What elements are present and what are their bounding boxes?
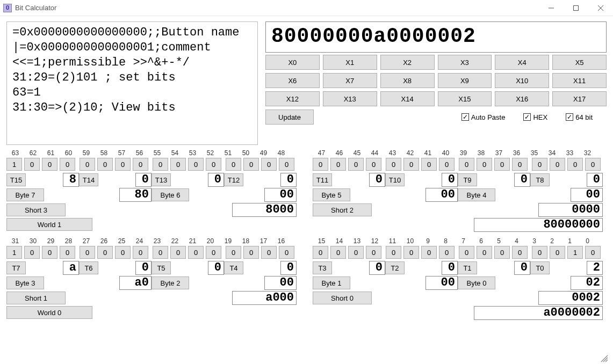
x-button-5[interactable]: X5 <box>552 55 607 70</box>
t-button-2[interactable]: T2 <box>385 261 405 274</box>
byte-button-0[interactable]: Byte 0 <box>458 276 495 289</box>
world-0[interactable]: a0000002 <box>474 306 603 320</box>
t-button-6[interactable]: T6 <box>79 261 98 274</box>
x-button-12[interactable]: X12 <box>265 91 320 106</box>
bit-59[interactable]: 0 <box>80 158 95 171</box>
bit-9[interactable]: 0 <box>421 246 437 259</box>
bit-52[interactable]: 0 <box>206 158 221 171</box>
short-button-3[interactable]: Short 3 <box>6 203 66 216</box>
bit-27[interactable]: 0 <box>80 246 95 259</box>
bit-4[interactable]: 0 <box>512 246 528 259</box>
bit-63[interactable]: 1 <box>6 158 22 171</box>
byte-4[interactable]: 00 <box>571 188 603 202</box>
bit-12[interactable]: 0 <box>366 246 381 259</box>
t-button-15[interactable]: T15 <box>6 173 26 186</box>
bit-0[interactable]: 0 <box>585 246 601 259</box>
bit-19[interactable]: 0 <box>226 246 241 259</box>
world-button-1[interactable]: World 1 <box>6 218 92 231</box>
bit-47[interactable]: 0 <box>313 158 328 171</box>
bit-33[interactable]: 0 <box>567 158 583 171</box>
nibble-6[interactable]: 0 <box>135 261 152 275</box>
t-button-5[interactable]: T5 <box>152 261 171 274</box>
x-button-16[interactable]: X16 <box>495 91 549 106</box>
bit-28[interactable]: 0 <box>60 246 75 259</box>
byte-6[interactable]: 00 <box>264 188 297 202</box>
bit-26[interactable]: 0 <box>97 246 113 259</box>
byte-1[interactable]: 00 <box>426 276 458 290</box>
bit-50[interactable]: 0 <box>243 158 259 171</box>
short-2[interactable]: 0000 <box>538 203 603 217</box>
bit-42[interactable]: 0 <box>403 158 419 171</box>
short-1[interactable]: a000 <box>232 291 297 305</box>
nibble-15[interactable]: 8 <box>63 173 79 187</box>
bit-34[interactable]: 0 <box>550 158 565 171</box>
bit-39[interactable]: 0 <box>459 158 474 171</box>
bit-10[interactable]: 0 <box>403 246 419 259</box>
bit-2[interactable]: 0 <box>550 246 565 259</box>
bit-48[interactable]: 0 <box>279 158 294 171</box>
bit-54[interactable]: 0 <box>170 158 186 171</box>
bit-1[interactable]: 1 <box>567 246 583 259</box>
byte-button-7[interactable]: Byte 7 <box>6 188 44 201</box>
t-button-1[interactable]: T1 <box>458 261 477 274</box>
value-display[interactable]: 80000000a0000002 <box>265 21 607 53</box>
close-button[interactable] <box>588 0 613 16</box>
x-button-2[interactable]: X2 <box>380 55 435 70</box>
world-1[interactable]: 80000000 <box>474 218 603 232</box>
bit-32[interactable]: 0 <box>585 158 601 171</box>
bit-13[interactable]: 0 <box>348 246 364 259</box>
bit-16[interactable]: 0 <box>279 246 294 259</box>
nibble-5[interactable]: 0 <box>208 261 224 275</box>
bit-56[interactable]: 0 <box>133 158 148 171</box>
nibble-12[interactable]: 0 <box>280 173 297 187</box>
short-3[interactable]: 8000 <box>232 203 297 217</box>
x-button-8[interactable]: X8 <box>380 73 435 88</box>
bit-5[interactable]: 0 <box>494 246 510 259</box>
x-button-3[interactable]: X3 <box>438 55 492 70</box>
nibble-11[interactable]: 0 <box>369 173 385 187</box>
t-button-11[interactable]: T11 <box>313 173 332 186</box>
bit-49[interactable]: 0 <box>261 158 277 171</box>
bit-53[interactable]: 0 <box>188 158 204 171</box>
t-button-7[interactable]: T7 <box>6 261 26 274</box>
bit-43[interactable]: 0 <box>386 158 401 171</box>
bit-6[interactable]: 0 <box>477 246 492 259</box>
bit-23[interactable]: 0 <box>153 246 168 259</box>
nibble-14[interactable]: 0 <box>135 173 152 187</box>
x-button-6[interactable]: X6 <box>265 73 320 88</box>
x-button-4[interactable]: X4 <box>495 55 549 70</box>
short-button-2[interactable]: Short 2 <box>313 203 372 216</box>
bit-38[interactable]: 0 <box>477 158 492 171</box>
bit-37[interactable]: 0 <box>494 158 510 171</box>
x-button-15[interactable]: X15 <box>438 91 492 106</box>
short-button-0[interactable]: Short 0 <box>313 292 372 304</box>
t-button-14[interactable]: T14 <box>79 173 98 186</box>
byte-button-2[interactable]: Byte 2 <box>152 276 189 289</box>
x-button-17[interactable]: X17 <box>552 91 607 106</box>
byte-button-5[interactable]: Byte 5 <box>313 188 350 201</box>
byte-button-3[interactable]: Byte 3 <box>6 276 44 289</box>
nibble-9[interactable]: 0 <box>514 173 530 187</box>
bit-3[interactable]: 0 <box>532 246 547 259</box>
bit-46[interactable]: 0 <box>330 158 346 171</box>
nibble-7[interactable]: a <box>63 261 79 275</box>
x-button-1[interactable]: X1 <box>323 55 377 70</box>
world-button-0[interactable]: World 0 <box>6 306 92 319</box>
bit-40[interactable]: 0 <box>439 158 455 171</box>
x-button-10[interactable]: X10 <box>495 73 549 88</box>
bit-35[interactable]: 0 <box>532 158 547 171</box>
byte-5[interactable]: 00 <box>426 188 458 202</box>
bit-29[interactable]: 0 <box>42 246 57 259</box>
bit-15[interactable]: 0 <box>313 246 328 259</box>
byte-button-1[interactable]: Byte 1 <box>313 276 350 289</box>
t-button-13[interactable]: T13 <box>152 173 171 186</box>
bit-8[interactable]: 0 <box>439 246 455 259</box>
byte-2[interactable]: 00 <box>264 276 297 290</box>
t-button-12[interactable]: T12 <box>224 173 243 186</box>
x-button-13[interactable]: X13 <box>323 91 377 106</box>
nibble-2[interactable]: 0 <box>442 261 458 275</box>
t-button-4[interactable]: T4 <box>224 261 243 274</box>
byte-7[interactable]: 80 <box>119 188 152 202</box>
t-button-9[interactable]: T9 <box>458 173 477 186</box>
bit-20[interactable]: 0 <box>206 246 221 259</box>
